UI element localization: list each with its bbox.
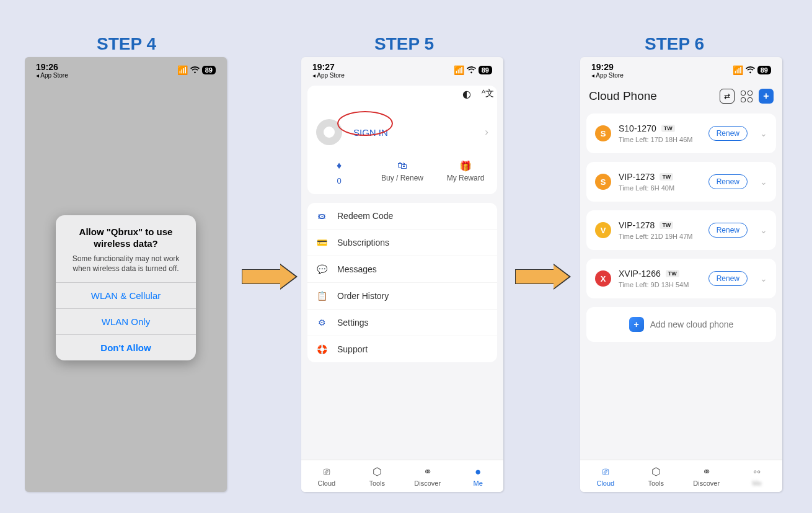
tab-discover[interactable]: ⚭Discover [681, 460, 732, 492]
step4-title: STEP 4 [97, 34, 156, 54]
diamond-icon: ♦ [307, 160, 371, 174]
phone-name: S10-1270 [619, 123, 656, 133]
status-time: 19:27 [312, 62, 345, 72]
bag-icon: 🛍 [371, 160, 434, 174]
cell-signal-icon: 📶 [733, 65, 743, 75]
gear-icon: ⚙ [316, 317, 327, 328]
time-left: Time Left: 9D 13H 54M [619, 281, 701, 288]
plan-s-icon: S [595, 174, 611, 190]
chevron-down-icon[interactable]: ⌄ [760, 225, 767, 235]
bottom-tabs: ⎚Cloud ⬡Tools ⚭Discover ◦◦Me [580, 460, 782, 492]
profile-card: SIGN IN › ♦ 0 🛍 Buy / Renew 🎁 My Reward [307, 86, 497, 194]
status-bar: 19:26 ◂ App Store 📶 89 [25, 57, 227, 79]
menu-subscriptions[interactable]: 💳Subscriptions [307, 229, 497, 256]
time-left: Time Left: 21D 19H 47M [619, 233, 701, 240]
menu-support[interactable]: 🛟Support [307, 336, 497, 362]
arrow-step5-to-6 [515, 264, 573, 290]
renew-button[interactable]: Renew [708, 271, 748, 286]
page-title: Cloud Phone [589, 89, 657, 103]
chevron-right-icon[interactable]: › [485, 126, 488, 138]
cloud-phone-card[interactable]: S VIP-1273TW Time Left: 6H 40M Renew ⌄ [586, 162, 776, 202]
option-wlan-only[interactable]: WLAN Only [56, 308, 196, 334]
bottom-tabs: ⎚Cloud ⬡Tools ⚭Discover ●Me [301, 460, 503, 492]
renew-button[interactable]: Renew [708, 174, 748, 189]
cloud-phone-card[interactable]: S S10-1270TW Time Left: 17D 18H 46M Rene… [586, 114, 776, 153]
theme-icon[interactable]: ◐ [460, 87, 474, 100]
cloud-phone-card[interactable]: V VIP-1278TW Time Left: 21D 19H 47M Rene… [586, 210, 776, 250]
menu-settings[interactable]: ⚙Settings [307, 309, 497, 336]
renew-button[interactable]: Renew [708, 126, 748, 141]
plan-s-icon: S [595, 125, 611, 141]
cloud-phone-list: S S10-1270TW Time Left: 17D 18H 46M Rene… [580, 110, 782, 342]
screenshot-step5: 19:27 ◂ App Store 📶 89 ◐ ᴬ文 SIGN IN › ♦ … [301, 57, 503, 492]
tab-tools[interactable]: ⬡Tools [631, 460, 682, 492]
back-to-appstore[interactable]: ◂ App Store [591, 72, 624, 79]
status-time: 19:29 [591, 62, 624, 72]
tab-me[interactable]: ◦◦Me [732, 460, 783, 492]
renew-button[interactable]: Renew [708, 223, 748, 238]
ticket-icon: 🎟 [316, 210, 327, 221]
diamond-balance[interactable]: ♦ 0 [307, 160, 371, 185]
tab-tools[interactable]: ⬡Tools [352, 460, 403, 492]
doc-icon: 📋 [316, 290, 327, 301]
plan-v-icon: V [595, 222, 611, 238]
wifi-icon [190, 66, 200, 74]
dialog-title: Allow "Qbrux" to usewireless data? [66, 226, 186, 250]
chevron-down-icon[interactable]: ⌄ [760, 177, 767, 187]
option-wlan-cellular[interactable]: WLAN & Cellular [56, 282, 196, 308]
chevron-down-icon[interactable]: ⌄ [760, 274, 767, 283]
chevron-down-icon[interactable]: ⌄ [760, 128, 767, 138]
wireless-data-dialog: Allow "Qbrux" to usewireless data? Some … [56, 215, 196, 360]
screenshot-step4: 19:26 ◂ App Store 📶 89 Allow "Qbrux" to … [25, 57, 227, 492]
plan-x-icon: X [595, 270, 611, 287]
phone-name: VIP-1273 [619, 172, 655, 182]
buy-renew[interactable]: 🛍 Buy / Renew [371, 160, 434, 185]
dialog-subtitle: Some functionality may not work when wir… [66, 254, 186, 274]
status-time: 19:26 [36, 62, 68, 72]
transfer-icon[interactable]: ⇄ [720, 89, 735, 104]
region-badge: TW [660, 221, 673, 229]
plus-icon: + [629, 317, 644, 332]
screenshot-step6: 19:29 ◂ App Store 📶 89 Cloud Phone ⇄ + S… [580, 57, 782, 492]
add-button[interactable]: + [759, 89, 774, 104]
translate-icon[interactable]: ᴬ文 [481, 87, 495, 100]
cloud-phone-card[interactable]: X XVIP-1266TW Time Left: 9D 13H 54M Rene… [586, 259, 776, 298]
back-to-appstore[interactable]: ◂ App Store [36, 72, 68, 79]
option-dont-allow[interactable]: Don't Allow [56, 334, 196, 360]
tab-me[interactable]: ●Me [453, 460, 504, 492]
menu-messages[interactable]: 💬Messages [307, 256, 497, 282]
status-bar: 19:29 ◂ App Store 📶 89 [580, 57, 782, 79]
tools-icon: ⬡ [373, 465, 382, 478]
menu-card: 🎟Redeem Code 💳Subscriptions 💬Messages 📋O… [307, 203, 497, 362]
region-badge: TW [660, 173, 673, 181]
card-icon: 💳 [316, 237, 327, 248]
tools-icon: ⬡ [651, 465, 661, 478]
tab-cloud[interactable]: ⎚Cloud [301, 460, 352, 492]
cloud-icon: ⎚ [324, 466, 330, 478]
tab-discover[interactable]: ⚭Discover [402, 460, 453, 492]
my-reward[interactable]: 🎁 My Reward [434, 160, 497, 185]
battery-level: 89 [757, 66, 771, 74]
status-bar: 19:27 ◂ App Store 📶 89 [301, 57, 503, 79]
region-badge: TW [661, 125, 675, 132]
tab-cloud[interactable]: ⎚Cloud [580, 460, 631, 492]
discover-icon: ⚭ [423, 465, 432, 478]
cell-signal-icon: 📶 [177, 65, 188, 75]
signin-highlight [337, 111, 393, 136]
battery-level: 89 [479, 66, 492, 74]
cell-signal-icon: 📶 [454, 65, 464, 75]
grid-view-icon[interactable] [741, 91, 752, 102]
menu-redeem-code[interactable]: 🎟Redeem Code [307, 203, 497, 229]
chat-icon: 💬 [316, 264, 327, 275]
back-to-appstore[interactable]: ◂ App Store [312, 72, 345, 79]
add-cloud-phone[interactable]: + Add new cloud phone [586, 307, 776, 342]
support-icon: 🛟 [316, 344, 327, 355]
step6-title: STEP 6 [645, 34, 704, 54]
cloud-icon: ⎚ [602, 466, 609, 478]
arrow-step4-to-5 [242, 264, 300, 290]
step5-title: STEP 5 [374, 34, 434, 54]
gift-icon: 🎁 [434, 160, 497, 174]
menu-order-history[interactable]: 📋Order History [307, 282, 497, 309]
time-left: Time Left: 6H 40M [619, 184, 701, 192]
battery-level: 89 [202, 66, 216, 74]
